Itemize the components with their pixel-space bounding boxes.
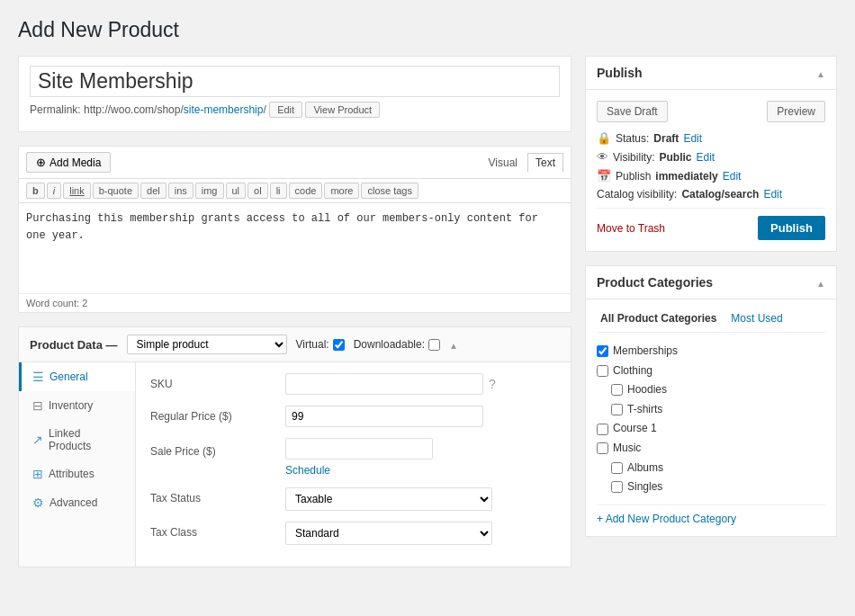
preview-button[interactable]: Preview: [767, 101, 825, 122]
categories-collapse-icon[interactable]: [816, 275, 825, 290]
ul-button[interactable]: ul: [226, 183, 247, 199]
product-data-collapse-icon[interactable]: [449, 337, 458, 352]
tax-class-label: Tax Class: [150, 522, 276, 539]
regular-price-input[interactable]: [285, 406, 483, 427]
visibility-label: Visibility:: [613, 151, 654, 164]
editor-view-tabs: Visual Text: [481, 153, 563, 173]
calendar-icon: 📅: [597, 169, 611, 183]
ins-button[interactable]: ins: [168, 183, 194, 199]
li-button[interactable]: li: [270, 183, 287, 199]
bold-button[interactable]: b: [26, 183, 45, 199]
italic-button[interactable]: i: [47, 183, 61, 199]
add-category-link[interactable]: + Add New Product Category: [597, 504, 825, 525]
product-type-select[interactable]: Simple product Variable product Grouped …: [127, 335, 287, 354]
publish-footer: Move to Trash Publish: [597, 208, 825, 240]
status-edit-link[interactable]: Edit: [683, 132, 702, 145]
more-button[interactable]: more: [324, 183, 359, 199]
categories-panel-title: Product Categories: [597, 275, 713, 290]
publish-time-edit-link[interactable]: Edit: [723, 170, 742, 183]
permalink: Permalink: http://woo.com/shop/site-memb…: [30, 97, 560, 122]
publish-label: Publish: [616, 170, 651, 183]
categories-panel: Product Categories All Product Categorie…: [585, 265, 837, 537]
categories-tabs: All Product Categories Most Used: [597, 310, 825, 333]
publish-meta: 🔒 Status: Draft Edit 👁 Visibility: Publi…: [597, 131, 825, 201]
downloadable-checkbox-area: Downloadable:: [354, 338, 440, 351]
save-draft-button[interactable]: Save Draft: [597, 101, 668, 122]
tab-general[interactable]: ☰ General: [19, 362, 135, 391]
cat-checkbox-albums[interactable]: [611, 462, 623, 474]
downloadable-checkbox[interactable]: [428, 339, 440, 351]
virtual-checkbox-area: Virtual:: [296, 338, 345, 351]
img-button[interactable]: img: [195, 183, 224, 199]
tab-all-categories[interactable]: All Product Categories: [597, 310, 720, 326]
view-product-button[interactable]: View Product: [305, 102, 380, 118]
tab-inventory[interactable]: ⊟ Inventory: [19, 391, 135, 420]
cat-checkbox-course1[interactable]: [597, 424, 608, 435]
publish-button[interactable]: Publish: [758, 216, 825, 240]
publish-collapse-icon[interactable]: [816, 66, 825, 80]
categories-panel-body: All Product Categories Most Used Members…: [586, 299, 836, 536]
sku-help-icon[interactable]: ?: [489, 377, 496, 391]
move-to-trash-link[interactable]: Move to Trash: [597, 222, 665, 235]
add-media-button[interactable]: ⊕ Add Media: [26, 152, 111, 173]
virtual-checkbox[interactable]: [333, 339, 345, 351]
schedule-link[interactable]: Schedule: [285, 464, 330, 477]
category-tshirts: T-shirts: [597, 400, 825, 420]
sale-price-input[interactable]: [285, 438, 433, 460]
category-albums: Albums: [597, 459, 825, 478]
tab-attributes[interactable]: ⊞ Attributes: [19, 460, 135, 488]
tab-most-used[interactable]: Most Used: [727, 310, 786, 326]
page-title: Add New Product: [18, 18, 837, 42]
regular-price-field-row: Regular Price ($): [150, 406, 556, 427]
cat-checkbox-hoodies[interactable]: [611, 384, 623, 396]
catalog-visibility-row: Catalog visibility: Catalog/search Edit: [597, 188, 825, 201]
word-count: Word count: 2: [19, 293, 571, 312]
close-tags-button[interactable]: close tags: [361, 183, 418, 199]
visibility-edit-link[interactable]: Edit: [696, 151, 715, 164]
cat-checkbox-singles[interactable]: [611, 481, 623, 493]
editor-content[interactable]: Purchasing this membership grants access…: [19, 203, 571, 293]
publish-panel-title: Publish: [597, 66, 643, 80]
title-panel: Permalink: http://woo.com/shop/site-memb…: [18, 56, 572, 132]
visual-tab[interactable]: Visual: [481, 153, 526, 173]
product-data-sidebar: ☰ General ⊟ Inventory ↗ LinkedProducts ⊞…: [19, 362, 136, 567]
publish-panel-header: Publish: [586, 57, 836, 90]
sale-price-label: Sale Price ($): [150, 441, 276, 458]
tab-linked-products[interactable]: ↗ LinkedProducts: [19, 420, 135, 460]
tax-status-select[interactable]: Taxable Shipping only None: [285, 487, 492, 511]
category-list: Memberships Clothing Hoodies T-shirts: [597, 342, 825, 497]
text-tab[interactable]: Text: [527, 153, 563, 173]
product-title-input[interactable]: [30, 66, 560, 97]
cat-checkbox-memberships[interactable]: [597, 345, 608, 357]
inventory-icon: ⊟: [32, 398, 43, 413]
status-row: 🔒 Status: Draft Edit: [597, 131, 825, 145]
virtual-label: Virtual:: [296, 338, 329, 351]
publish-actions: Save Draft Preview: [597, 101, 825, 122]
bquote-button[interactable]: b-quote: [93, 183, 139, 199]
permalink-slug-link[interactable]: site-membership: [184, 103, 264, 116]
category-hoodies: Hoodies: [597, 380, 825, 400]
cat-checkbox-music[interactable]: [597, 442, 608, 454]
status-label: Status:: [616, 132, 649, 145]
code-button[interactable]: code: [289, 183, 323, 199]
cat-checkbox-clothing[interactable]: [597, 365, 608, 377]
product-data-content: SKU ? Regular Price ($): [136, 362, 571, 567]
tax-class-select[interactable]: Standard Reduced Rate Zero Rate: [285, 522, 492, 545]
catalog-edit-link[interactable]: Edit: [763, 188, 782, 201]
status-value: Draft: [653, 132, 679, 145]
ol-button[interactable]: ol: [248, 183, 268, 199]
link-button[interactable]: link: [63, 183, 91, 199]
visibility-icon: 👁: [597, 150, 608, 164]
sku-input[interactable]: [285, 373, 483, 395]
del-button[interactable]: del: [140, 183, 166, 199]
visibility-row: 👁 Visibility: Public Edit: [597, 150, 825, 164]
tab-advanced[interactable]: ⚙ Advanced: [19, 488, 135, 517]
format-toolbar: b i link b-quote del ins img ul ol li co…: [19, 179, 571, 203]
sku-field-row: SKU ?: [150, 373, 556, 395]
cat-checkbox-tshirts[interactable]: [611, 404, 623, 415]
category-music: Music: [597, 439, 825, 459]
tax-status-label: Tax Status: [150, 487, 276, 504]
edit-permalink-button[interactable]: Edit: [269, 102, 302, 118]
regular-price-label: Regular Price ($): [150, 406, 276, 423]
product-data-title: Product Data —: [30, 338, 118, 352]
